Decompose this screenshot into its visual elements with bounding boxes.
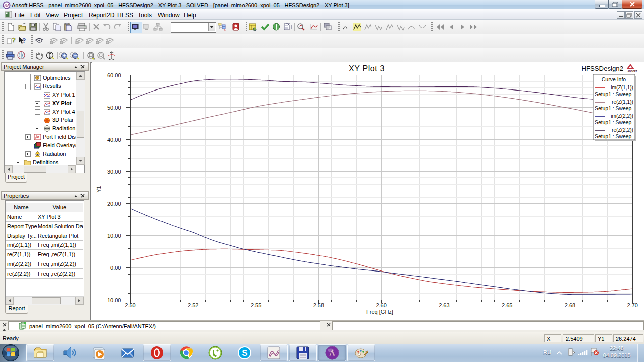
svg-text:-10.00: -10.00 xyxy=(105,297,121,303)
svg-text:re(Z(1,1)): re(Z(1,1)) xyxy=(612,99,633,105)
svg-text:Freq [GHz]: Freq [GHz] xyxy=(366,309,393,315)
svg-text:10.00: 10.00 xyxy=(107,233,121,239)
svg-text:Setup1 : Sweep: Setup1 : Sweep xyxy=(595,134,632,139)
svg-text:2.50: 2.50 xyxy=(125,302,135,308)
svg-text:2.68: 2.68 xyxy=(565,302,575,308)
svg-text:40.00: 40.00 xyxy=(107,137,121,143)
svg-text:re(Z(2,2)): re(Z(2,2)) xyxy=(612,127,633,133)
svg-text:XY Plot 3: XY Plot 3 xyxy=(349,64,385,73)
svg-text:Setup1 : Sweep: Setup1 : Sweep xyxy=(595,106,632,111)
svg-text:2.65: 2.65 xyxy=(502,302,512,308)
svg-text:ANSOFT: ANSOFT xyxy=(628,70,637,73)
svg-text:Curve Info: Curve Info xyxy=(602,76,626,82)
svg-text:30.00: 30.00 xyxy=(107,169,121,175)
svg-text:50.00: 50.00 xyxy=(107,105,121,111)
svg-text:0.00: 0.00 xyxy=(110,265,121,271)
svg-text:60.00: 60.00 xyxy=(107,72,121,78)
svg-text:Y1: Y1 xyxy=(96,186,102,192)
svg-text:?: ? xyxy=(22,37,26,44)
svg-text:?: ? xyxy=(12,36,16,44)
svg-text:S: S xyxy=(242,348,247,358)
svg-text:Setup1 : Sweep: Setup1 : Sweep xyxy=(595,92,632,97)
svg-text:2.70: 2.70 xyxy=(627,302,638,308)
svg-text:im(Z(1,1)): im(Z(1,1)) xyxy=(611,85,633,90)
svg-text:2.55: 2.55 xyxy=(251,302,261,308)
svg-text:HFSSDesign2: HFSSDesign2 xyxy=(581,65,623,72)
svg-text:Setup1 : Sweep: Setup1 : Sweep xyxy=(595,120,632,125)
svg-text:2.63: 2.63 xyxy=(439,302,449,308)
svg-text:2.60: 2.60 xyxy=(376,302,386,308)
svg-text:2.58: 2.58 xyxy=(313,302,324,308)
svg-text:2.52: 2.52 xyxy=(188,302,198,308)
svg-text:20.00: 20.00 xyxy=(107,201,121,207)
svg-text:im(Z(2,2)): im(Z(2,2)) xyxy=(611,113,633,119)
